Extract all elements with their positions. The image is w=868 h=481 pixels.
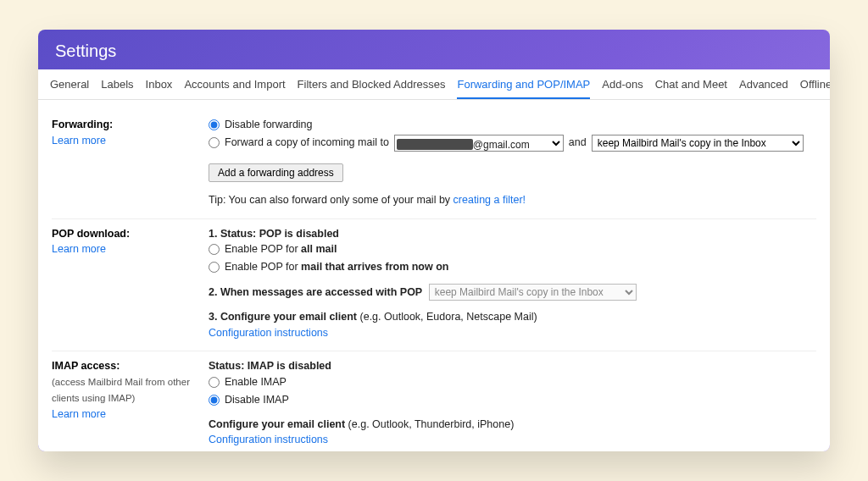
- forwarding-label-col: Forwarding: Learn more: [52, 117, 192, 208]
- tab-forwarding-and-pop-imap[interactable]: Forwarding and POP/IMAP: [457, 69, 590, 99]
- tab-general[interactable]: General: [50, 69, 89, 99]
- forward-email-display: @gmail.com: [397, 137, 530, 152]
- imap-status: IMAP is disabled: [248, 360, 331, 372]
- and-text: and: [569, 135, 587, 151]
- settings-content: Forwarding: Learn more Disable forwardin…: [38, 100, 830, 451]
- tab-chat-and-meet[interactable]: Chat and Meet: [655, 69, 727, 99]
- imap-subtext: (access Mailbird Mail from other clients…: [52, 377, 190, 403]
- pop-action-select[interactable]: keep Mailbird Mail's copy in the Inbox: [429, 284, 637, 301]
- pop-heading: POP download:: [52, 228, 130, 240]
- imap-config-link[interactable]: Configuration instructions: [209, 434, 328, 445]
- pop-label-col: POP download: Learn more: [52, 226, 192, 341]
- settings-tabs: GeneralLabelsInboxAccounts and ImportFil…: [38, 69, 830, 100]
- pop-enable-all-radio[interactable]: [209, 244, 220, 255]
- enable-forwarding-radio[interactable]: [209, 137, 220, 148]
- pop-enable-now-radio[interactable]: [209, 262, 220, 273]
- forwarding-section: Forwarding: Learn more Disable forwardin…: [52, 110, 816, 219]
- tab-labels[interactable]: Labels: [101, 69, 133, 99]
- forward-copy-label: Forward a copy of incoming mail to: [225, 135, 389, 151]
- imap-body: Status: IMAP is disabled Enable IMAP Dis…: [209, 358, 514, 448]
- pop-learn-more-link[interactable]: Learn more: [52, 243, 106, 255]
- imap-disable-radio[interactable]: [209, 395, 220, 406]
- forwarding-body: Disable forwarding Forward a copy of inc…: [209, 117, 804, 208]
- disable-forwarding-radio[interactable]: [209, 119, 220, 130]
- settings-window: Settings GeneralLabelsInboxAccounts and …: [38, 30, 830, 451]
- creating-filter-link[interactable]: creating a filter!: [453, 194, 526, 206]
- pop-body: 1. Status: POP is disabled Enable POP fo…: [209, 226, 637, 341]
- forwarding-learn-more-link[interactable]: Learn more: [52, 135, 106, 147]
- add-forwarding-address-button[interactable]: Add a forwarding address: [209, 163, 343, 182]
- forward-action-select[interactable]: keep Mailbird Mail's copy in the Inbox: [592, 135, 804, 152]
- tab-offline[interactable]: Offline: [800, 69, 830, 99]
- imap-heading: IMAP access:: [52, 360, 120, 372]
- forwarding-tip: Tip: You can also forward only some of y…: [209, 192, 804, 208]
- tab-accounts-and-import[interactable]: Accounts and Import: [184, 69, 285, 99]
- imap-learn-more-link[interactable]: Learn more: [52, 408, 106, 420]
- imap-section: IMAP access: (access Mailbird Mail from …: [52, 351, 816, 451]
- tab-add-ons[interactable]: Add-ons: [602, 69, 643, 99]
- imap-enable-radio[interactable]: [209, 377, 220, 388]
- tab-filters-and-blocked-addresses[interactable]: Filters and Blocked Addresses: [298, 69, 446, 99]
- imap-label-col: IMAP access: (access Mailbird Mail from …: [52, 358, 192, 448]
- tab-advanced[interactable]: Advanced: [739, 69, 788, 99]
- pop-config-link[interactable]: Configuration instructions: [209, 327, 328, 339]
- pop-status: POP is disabled: [259, 228, 339, 240]
- tab-inbox[interactable]: Inbox: [146, 69, 173, 99]
- forwarding-heading: Forwarding:: [52, 119, 113, 130]
- page-title: Settings: [38, 30, 830, 69]
- disable-forwarding-label: Disable forwarding: [225, 117, 313, 133]
- pop-section: POP download: Learn more 1. Status: POP …: [52, 219, 816, 352]
